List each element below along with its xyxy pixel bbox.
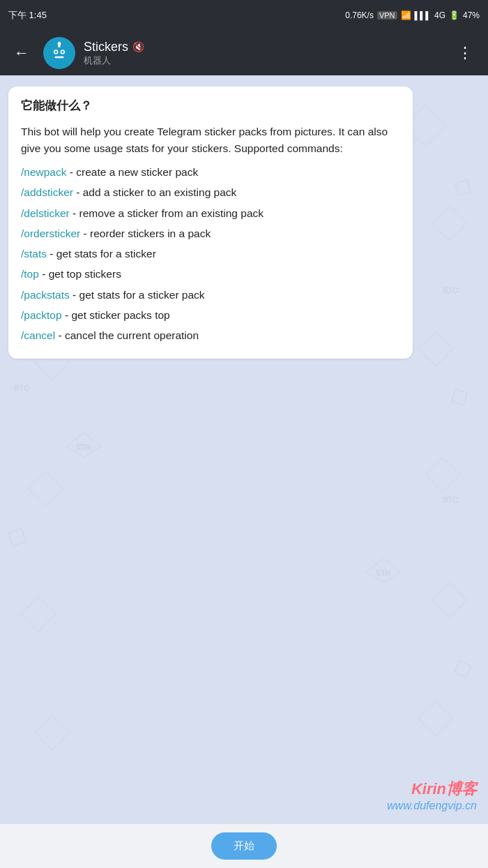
- wifi-icon: 📶: [401, 10, 411, 20]
- cmd-newpack-desc: - create a new sticker pack: [70, 166, 198, 178]
- cmd-ordersticker-desc: - reorder stickers in a pack: [84, 227, 211, 239]
- cmd-delsticker: /delsticker - remove a sticker from an e…: [21, 205, 400, 221]
- message-intro: This bot will help you create Telegram s…: [21, 124, 400, 157]
- cmd-newpack: /newpack - create a new sticker pack: [21, 164, 400, 180]
- app-bar-title: Stickers 🔇: [84, 40, 443, 54]
- network-speed: 0.76K/s: [345, 10, 374, 20]
- cmd-packstats: /packstats - get stats for a sticker pac…: [21, 287, 400, 303]
- cmd-packtop-link[interactable]: /packtop: [21, 309, 62, 321]
- cmd-top: /top - get top stickers: [21, 266, 400, 282]
- app-bar-subtitle: 机器人: [84, 54, 443, 67]
- cmd-ordersticker: /ordersticker - reorder stickers in a pa…: [21, 225, 400, 241]
- app-bar: ← Stickers 🔇 机器人 ⋮: [0, 31, 488, 75]
- chat-area: 它能做什么？ This bot will help you create Tel…: [0, 75, 488, 868]
- svg-rect-39: [55, 57, 64, 58]
- cmd-delsticker-link[interactable]: /delsticker: [21, 207, 70, 219]
- cmd-stats: /stats - get stats for a sticker: [21, 246, 400, 262]
- back-button[interactable]: ←: [8, 41, 35, 65]
- cmd-addsticker-link[interactable]: /addsticker: [21, 186, 73, 198]
- battery-level: 47%: [463, 10, 480, 20]
- cmd-addsticker: /addsticker - add a sticker to an existi…: [21, 184, 400, 200]
- cmd-cancel: /cancel - cancel the current operation: [21, 327, 400, 343]
- network-type: 4G: [434, 10, 445, 20]
- cmd-newpack-link[interactable]: /newpack: [21, 166, 66, 178]
- cmd-delsticker-desc: - remove a sticker from an existing pack: [73, 207, 264, 219]
- cmd-packtop-desc: - get sticker packs top: [65, 309, 170, 321]
- start-button[interactable]: 开始: [211, 832, 277, 860]
- mute-icon: 🔇: [132, 41, 144, 52]
- message-body: This bot will help you create Telegram s…: [21, 124, 400, 343]
- bottom-bar: 开始: [0, 823, 488, 868]
- cmd-cancel-desc: - cancel the current operation: [58, 329, 199, 341]
- svg-point-37: [55, 51, 57, 53]
- status-bar: 下午 1:45 0.76K/s VPN 📶 ▌▌▌ 4G 🔋 47%: [0, 0, 488, 31]
- app-bar-info: Stickers 🔇 机器人: [84, 40, 443, 67]
- chat-name: Stickers: [84, 40, 128, 54]
- status-time: 下午 1:45: [8, 9, 47, 22]
- message-bubble: 它能做什么？ This bot will help you create Tel…: [8, 87, 413, 359]
- cmd-stats-desc: - get stats for a sticker: [49, 248, 155, 260]
- vpn-badge: VPN: [377, 11, 397, 20]
- more-options-button[interactable]: ⋮: [452, 41, 480, 65]
- cmd-top-link[interactable]: /top: [21, 268, 39, 280]
- status-right-icons: 0.76K/s VPN 📶 ▌▌▌ 4G 🔋 47%: [345, 10, 480, 20]
- cmd-addsticker-desc: - add a sticker to an existing pack: [76, 186, 236, 198]
- cmd-top-desc: - get top stickers: [42, 268, 121, 280]
- cmd-packstats-link[interactable]: /packstats: [21, 289, 70, 301]
- signal-strength: ▌▌▌: [415, 11, 431, 20]
- cmd-packtop: /packtop - get sticker packs top: [21, 307, 400, 323]
- cmd-ordersticker-link[interactable]: /ordersticker: [21, 227, 80, 239]
- svg-point-34: [58, 42, 61, 45]
- avatar: [43, 37, 75, 69]
- cmd-packstats-desc: - get stats for a sticker pack: [73, 289, 205, 301]
- cmd-stats-link[interactable]: /stats: [21, 248, 47, 260]
- message-heading: 它能做什么？: [21, 98, 400, 114]
- battery-icon: 🔋: [449, 10, 459, 20]
- svg-point-38: [61, 51, 63, 53]
- cmd-cancel-link[interactable]: /cancel: [21, 329, 55, 341]
